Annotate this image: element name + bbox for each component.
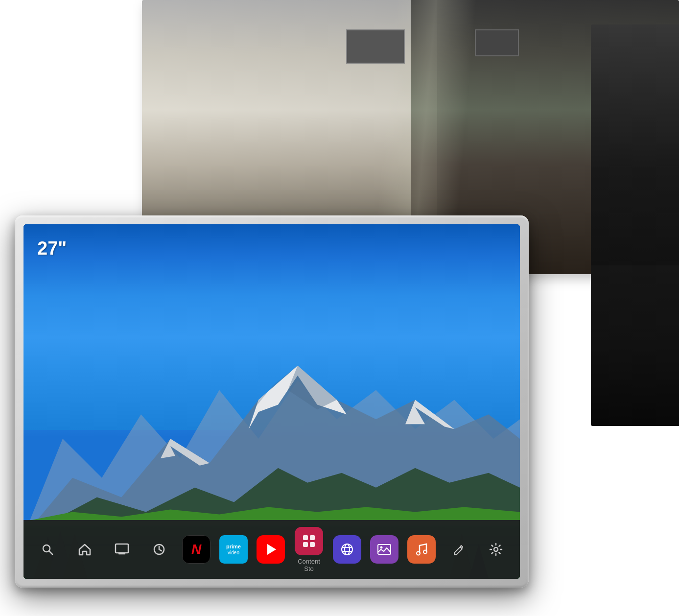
- youtube-icon[interactable]: [257, 535, 285, 564]
- taskbar-item-search[interactable]: [33, 535, 62, 564]
- netflix-logo-n: N: [191, 542, 201, 557]
- youtube-logo: [266, 544, 276, 555]
- tv-icon[interactable]: [108, 535, 136, 564]
- svg-point-37: [494, 547, 498, 551]
- prime-logo: prime video: [226, 544, 241, 555]
- edit-icon[interactable]: [445, 535, 473, 564]
- tv-bezel: 27": [15, 215, 529, 588]
- taskbar-item-recent[interactable]: [145, 535, 173, 564]
- settings-icon[interactable]: [482, 535, 510, 564]
- taskbar-item-browser[interactable]: [333, 535, 361, 564]
- tv-unit: 27": [15, 215, 529, 588]
- svg-rect-28: [310, 542, 315, 547]
- mirror-right-reflection: [591, 24, 679, 265]
- svg-rect-33: [378, 545, 391, 554]
- screen-mountains: [23, 341, 520, 536]
- svg-point-30: [345, 544, 350, 555]
- gallery-icon[interactable]: [370, 535, 398, 564]
- home-icon[interactable]: [70, 535, 99, 564]
- search-icon[interactable]: [33, 535, 62, 564]
- svg-point-29: [342, 544, 352, 555]
- prime-label-bottom: video: [228, 550, 239, 555]
- music-icon[interactable]: [407, 535, 436, 564]
- content-store-label: Content Sto: [294, 558, 324, 572]
- svg-point-34: [380, 546, 383, 549]
- svg-rect-27: [303, 542, 308, 547]
- taskbar-item-youtube[interactable]: [257, 535, 285, 564]
- taskbar-item-edit[interactable]: [445, 535, 473, 564]
- recent-icon[interactable]: [145, 535, 173, 564]
- svg-rect-26: [310, 535, 315, 540]
- taskbar-item-content-store[interactable]: Content Sto: [294, 527, 324, 572]
- taskbar-item-tv[interactable]: [108, 535, 136, 564]
- taskbar-item-home[interactable]: [70, 535, 99, 564]
- screen-content: 27": [23, 224, 520, 579]
- content-store-icon[interactable]: [295, 527, 323, 555]
- mirror-right-edge: [591, 24, 679, 426]
- taskbar-item-prime[interactable]: prime video: [219, 535, 248, 564]
- taskbar-item-netflix[interactable]: N: [182, 535, 211, 564]
- prime-label-top: prime: [226, 544, 241, 549]
- taskbar: N prime video: [23, 520, 520, 579]
- browser-icon[interactable]: [333, 535, 361, 564]
- svg-rect-25: [303, 535, 308, 540]
- tv-size-label: 27": [37, 238, 67, 259]
- svg-rect-21: [116, 544, 128, 553]
- youtube-play-triangle: [267, 544, 276, 555]
- tv-screen: 27": [23, 224, 520, 579]
- taskbar-item-music[interactable]: [407, 535, 436, 564]
- svg-line-20: [49, 551, 53, 555]
- taskbar-item-gallery[interactable]: [370, 535, 398, 564]
- netflix-icon[interactable]: N: [182, 535, 211, 564]
- mirror-tv-reflection-left: [346, 29, 405, 64]
- taskbar-item-settings[interactable]: [482, 535, 510, 564]
- prime-icon[interactable]: prime video: [219, 535, 248, 564]
- mirror-tv-reflection-right: [475, 29, 519, 56]
